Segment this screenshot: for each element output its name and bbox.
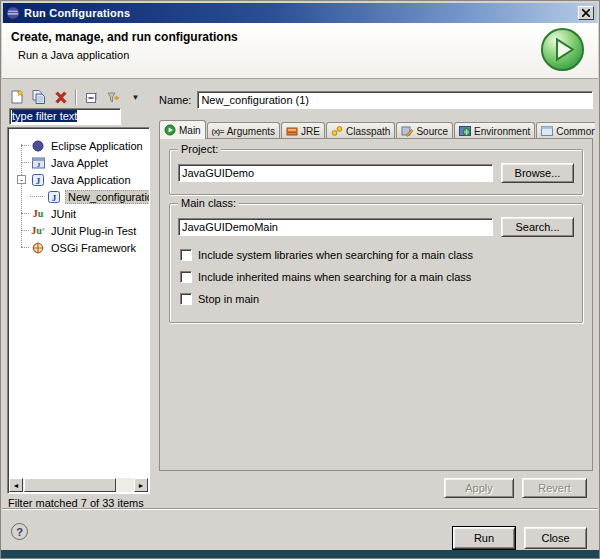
- tree-item-label: JUnit Plug-in Test: [49, 225, 138, 237]
- main-tab-content: Project: Browse... Main class: Search...…: [159, 138, 593, 471]
- search-button[interactable]: Search...: [501, 217, 574, 237]
- checkbox-label: Include inherited mains when searching f…: [198, 271, 471, 283]
- config-tabs: Main (x)= Arguments JRE: [159, 120, 595, 139]
- tree-item-java-applet[interactable]: J Java Applet: [8, 154, 149, 171]
- tree-item-eclipse-application[interactable]: Eclipse Application: [8, 137, 149, 154]
- tree-item-osgi-framework[interactable]: OSGi Framework: [8, 239, 149, 256]
- junit-icon: Ju: [31, 207, 45, 220]
- tab-arguments[interactable]: (x)= Arguments: [207, 122, 280, 139]
- scroll-left-icon[interactable]: ◄: [9, 478, 23, 492]
- run-configurations-dialog: Run Configurations Create, manage, and r…: [0, 0, 600, 559]
- page-subtitle: Run a Java application: [18, 49, 129, 61]
- checkbox-label: Include system libraries when searching …: [198, 249, 473, 261]
- main-class-group-label: Main class:: [178, 197, 239, 209]
- tree-item-java-application[interactable]: - J Java Application: [8, 171, 149, 188]
- jre-tab-icon: [286, 125, 298, 137]
- collapse-all-icon[interactable]: [83, 89, 100, 106]
- java-application-icon: J: [47, 190, 61, 203]
- apply-button[interactable]: Apply: [444, 478, 514, 498]
- close-icon[interactable]: [578, 6, 594, 20]
- window-title: Run Configurations: [24, 7, 130, 19]
- svg-text:J: J: [36, 161, 40, 169]
- common-tab-icon: [541, 125, 553, 137]
- checkbox-label: Stop in main: [198, 293, 259, 305]
- tree-item-label: Java Application: [49, 174, 133, 186]
- classpath-tab-icon: [331, 125, 343, 137]
- tab-common[interactable]: Common: [536, 122, 595, 139]
- run-badge-icon: [539, 26, 586, 73]
- tree-item-label: OSGi Framework: [49, 242, 138, 254]
- view-menu-chevron-icon[interactable]: ▼: [127, 89, 144, 106]
- name-row: Name:: [159, 91, 593, 109]
- new-configuration-icon[interactable]: [8, 89, 25, 106]
- java-applet-icon: J: [31, 156, 45, 169]
- eclipse-application-icon: [31, 139, 45, 152]
- eclipse-logo-icon: [6, 6, 20, 20]
- main-class-input[interactable]: [178, 218, 493, 236]
- revert-button[interactable]: Revert: [522, 478, 587, 498]
- filter-launch-configurations-icon[interactable]: [105, 89, 122, 106]
- osgi-framework-icon: [31, 241, 45, 254]
- svg-text:J: J: [52, 192, 57, 202]
- tab-label: Common: [556, 126, 595, 137]
- include-inherited-mains-row: Include inherited mains when searching f…: [180, 270, 471, 284]
- project-group: Project: Browse...: [169, 149, 583, 195]
- tab-main[interactable]: Main: [159, 120, 206, 139]
- tab-label: JRE: [301, 126, 320, 137]
- environment-tab-icon: [459, 125, 471, 137]
- include-inherited-mains-checkbox[interactable]: [180, 271, 192, 283]
- include-system-libraries-checkbox[interactable]: [180, 249, 192, 261]
- stop-in-main-checkbox[interactable]: [180, 293, 192, 305]
- main-class-group: Main class: Search... Include system lib…: [169, 203, 583, 323]
- filter-input-text: type filter text: [12, 110, 77, 122]
- tree-item-junit[interactable]: Ju JUnit: [8, 205, 149, 222]
- tab-classpath[interactable]: Classpath: [326, 122, 395, 139]
- stop-in-main-row: Stop in main: [180, 292, 259, 306]
- name-input[interactable]: [197, 91, 593, 109]
- header-banner: Create, manage, and run configurations R…: [2, 23, 598, 79]
- tree-item-label: Eclipse Application: [49, 140, 145, 152]
- tree-item-label: JUnit: [49, 208, 78, 220]
- browse-button[interactable]: Browse...: [501, 163, 574, 183]
- java-application-icon: J: [31, 173, 45, 186]
- close-button[interactable]: Close: [524, 527, 587, 549]
- scroll-right-icon[interactable]: ►: [134, 478, 148, 492]
- junit-plugin-icon: Ju°: [31, 224, 45, 237]
- filter-input[interactable]: type filter text: [9, 108, 121, 125]
- include-system-libraries-row: Include system libraries when searching …: [180, 248, 473, 262]
- run-main-tab-icon: [164, 124, 176, 136]
- arguments-tab-icon: (x)=: [212, 125, 224, 137]
- svg-text:J: J: [36, 175, 41, 185]
- name-label: Name:: [159, 94, 191, 106]
- run-button[interactable]: Run: [453, 527, 515, 549]
- tab-label: Environment: [474, 126, 530, 137]
- tree-item-new-configuration[interactable]: J New_configuratio: [8, 188, 149, 205]
- tab-label: Source: [416, 126, 448, 137]
- tree-items: Eclipse Application J Java Applet -: [8, 128, 149, 256]
- scroll-thumb[interactable]: [24, 478, 116, 492]
- collapse-expander-icon[interactable]: -: [17, 175, 26, 184]
- tree-horizontal-scrollbar[interactable]: ◄ ►: [9, 478, 148, 492]
- window-bottom-edge: [1, 550, 599, 558]
- toolbar-separator: [75, 89, 77, 105]
- source-tab-icon: [401, 125, 413, 137]
- project-input[interactable]: [178, 164, 493, 182]
- project-group-label: Project:: [178, 143, 221, 155]
- footer-separator: [2, 508, 598, 510]
- tab-environment[interactable]: Environment: [454, 122, 535, 139]
- tab-jre[interactable]: JRE: [281, 122, 325, 139]
- launch-config-toolbar: ▼: [8, 86, 150, 108]
- tab-label: Arguments: [227, 126, 275, 137]
- tree-item-label: Java Applet: [49, 157, 110, 169]
- launch-config-tree[interactable]: Eclipse Application J Java Applet -: [7, 127, 150, 494]
- help-button[interactable]: ?: [11, 523, 28, 540]
- tree-item-label: New_configuratio: [65, 190, 150, 204]
- titlebar[interactable]: Run Configurations: [3, 3, 597, 23]
- tab-label: Main: [179, 125, 201, 136]
- tab-label: Classpath: [346, 126, 390, 137]
- duplicate-configuration-icon[interactable]: [30, 89, 47, 106]
- tab-source[interactable]: Source: [396, 122, 453, 139]
- page-title: Create, manage, and run configurations: [11, 30, 238, 44]
- tree-item-junit-plugin-test[interactable]: Ju° JUnit Plug-in Test: [8, 222, 149, 239]
- delete-configuration-icon[interactable]: [52, 89, 69, 106]
